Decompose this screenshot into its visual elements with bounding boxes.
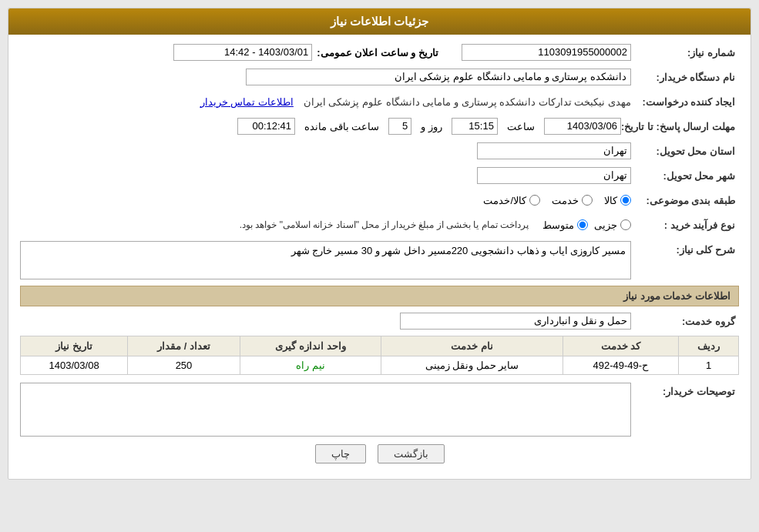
cell-date: 1403/03/08 — [21, 356, 128, 375]
buyer-name-value: دانشکده پرستاری و مامایی دانشگاه علوم پز… — [246, 69, 631, 85]
col-row-num: ردیف — [679, 336, 739, 356]
print-button[interactable]: چاپ — [315, 444, 366, 463]
col-quantity: تعداد / مقدار — [128, 336, 240, 356]
card-body: شماره نیاز: 1103091955000002 تاریخ و ساع… — [8, 35, 751, 479]
province-label: استان محل تحویل: — [631, 146, 739, 157]
cell-quantity: 250 — [128, 356, 240, 375]
description-box: مسیر کاروزی ایاب و ذهاب دانشجویی 220مسیر… — [20, 241, 631, 279]
category-radio-kala[interactable] — [620, 195, 631, 206]
deadline-label: مهلت ارسال پاسخ: تا تاریخ: — [621, 121, 739, 132]
deadline-time: 15:15 — [452, 118, 498, 135]
purchase-type-label: نوع فرآیند خرید : — [631, 219, 739, 231]
province-value: تهران — [477, 142, 631, 159]
row-buyer-notes: توصیحات خریدار: — [20, 383, 739, 437]
button-row: بازگشت چاپ — [20, 444, 739, 463]
cell-row-num: 1 — [679, 356, 739, 375]
cell-unit: نیم راه — [240, 356, 381, 375]
deadline-time-label: ساعت — [507, 121, 535, 132]
announce-value: 1403/03/01 - 14:42 — [173, 44, 312, 61]
purchase-type-group: جزیی متوسط پرداخت تمام یا بخشی از مبلغ خ… — [240, 219, 631, 231]
purchase-type-label-jozi: جزیی — [594, 219, 617, 231]
row-service-group: گروه خدمت: حمل و نقل و انبارداری — [20, 311, 739, 331]
creator-value: مهدی نیکبخت تدارکات دانشکده پرستاری و ما… — [304, 96, 631, 108]
services-section-title: اطلاعات خدمات مورد نیاز — [623, 290, 730, 302]
col-date: تاریخ نیاز — [21, 336, 128, 356]
deadline-remaining-label: ساعت باقی مانده — [304, 121, 379, 132]
category-option-kala: کالا — [604, 195, 631, 206]
main-card: جزئیات اطلاعات نیاز شماره نیاز: 11030919… — [8, 8, 751, 480]
header-title: جزئیات اطلاعات نیاز — [331, 15, 428, 28]
need-number-value: 1103091955000002 — [462, 44, 631, 61]
table-row: 1 ح-49-49-492 سایر حمل ونقل زمینی نیم را… — [21, 356, 739, 375]
cell-service-code: ح-49-49-492 — [563, 356, 678, 375]
need-number-label: شماره نیاز: — [631, 47, 739, 59]
purchase-type-jozi: جزیی — [594, 219, 631, 231]
announce-label: تاریخ و ساعت اعلان عمومی: — [317, 47, 438, 59]
contact-link[interactable]: اطلاعات تماس خریدار — [200, 96, 294, 108]
category-radio-khedmat[interactable] — [582, 195, 593, 206]
col-unit: واحد اندازه گیری — [240, 336, 381, 356]
purchase-type-radio-jozi[interactable] — [620, 219, 631, 230]
category-option-khedmat: خدمت — [552, 195, 593, 206]
services-table-header-row: ردیف کد خدمت نام خدمت واحد اندازه گیری ت… — [21, 336, 739, 356]
deadline-date: 1403/03/06 — [544, 118, 621, 135]
city-value: تهران — [477, 167, 631, 184]
buyer-notes-textarea[interactable] — [20, 383, 631, 437]
deadline-days: 5 — [388, 118, 411, 135]
page-title: جزئیات اطلاعات نیاز — [8, 8, 751, 35]
city-label: شهر محل تحویل: — [631, 170, 739, 182]
service-group-value: حمل و نقل و انبارداری — [400, 313, 631, 330]
category-option-kala-khedmat: کالا/خدمت — [483, 195, 540, 206]
purchase-type-radio-motavaset[interactable] — [577, 219, 588, 230]
category-label: طبقه بندی موضوعی: — [631, 195, 739, 206]
services-table: ردیف کد خدمت نام خدمت واحد اندازه گیری ت… — [20, 336, 739, 375]
col-service-name: نام خدمت — [381, 336, 563, 356]
purchase-type-label-motavaset: متوسط — [542, 219, 574, 231]
services-table-body: 1 ح-49-49-492 سایر حمل ونقل زمینی نیم را… — [21, 356, 739, 375]
category-label-khedmat: خدمت — [552, 195, 579, 206]
service-group-label: گروه خدمت: — [631, 316, 739, 327]
buyer-name-label: نام دستگاه خریدار: — [631, 72, 739, 83]
category-label-kala: کالا — [604, 195, 617, 206]
row-city: شهر محل تحویل: تهران — [20, 166, 739, 186]
purchase-type-motavaset: متوسط — [542, 219, 588, 231]
page-wrapper: جزئیات اطلاعات نیاز شماره نیاز: 11030919… — [0, 0, 759, 532]
row-creator: ایجاد کننده درخواست: مهدی نیکبخت تدارکات… — [20, 92, 739, 112]
row-province: استان محل تحویل: تهران — [20, 141, 739, 161]
description-value: مسیر کاروزی ایاب و ذهاب دانشجویی 220مسیر… — [291, 245, 626, 256]
buyer-notes-label: توصیحات خریدار: — [631, 383, 739, 397]
services-section-header: اطلاعات خدمات مورد نیاز — [20, 286, 739, 306]
row-description: شرح کلی نیاز: مسیر کاروزی ایاب و ذهاب دا… — [20, 241, 739, 279]
back-button[interactable]: بازگشت — [378, 444, 445, 463]
row-category: طبقه بندی موضوعی: کالا خدمت کالا/خدمت — [20, 190, 739, 210]
description-label: شرح کلی نیاز: — [631, 241, 739, 256]
category-label-kala-khedmat: کالا/خدمت — [483, 195, 526, 206]
row-purchase-type: نوع فرآیند خرید : جزیی متوسط پرداخت تمام… — [20, 215, 739, 235]
category-radio-group: کالا خدمت کالا/خدمت — [483, 195, 631, 206]
row-need-number: شماره نیاز: 1103091955000002 تاریخ و ساع… — [20, 42, 739, 62]
purchase-type-note: پرداخت تمام یا بخشی از مبلغ خریدار از مح… — [240, 219, 529, 230]
category-radio-kala-khedmat[interactable] — [529, 195, 540, 206]
deadline-day-label: روز و — [421, 121, 442, 132]
creator-label: ایجاد کننده درخواست: — [631, 96, 739, 108]
row-buyer-name: نام دستگاه خریدار: دانشکده پرستاری و مام… — [20, 67, 739, 87]
row-deadline: مهلت ارسال پاسخ: تا تاریخ: 1403/03/06 سا… — [20, 116, 739, 136]
deadline-remaining: 00:12:41 — [237, 118, 295, 135]
cell-service-name: سایر حمل ونقل زمینی — [381, 356, 563, 375]
services-table-head: ردیف کد خدمت نام خدمت واحد اندازه گیری ت… — [21, 336, 739, 356]
col-service-code: کد خدمت — [563, 336, 678, 356]
deadline-row: 1403/03/06 ساعت 15:15 روز و 5 ساعت باقی … — [20, 118, 621, 135]
